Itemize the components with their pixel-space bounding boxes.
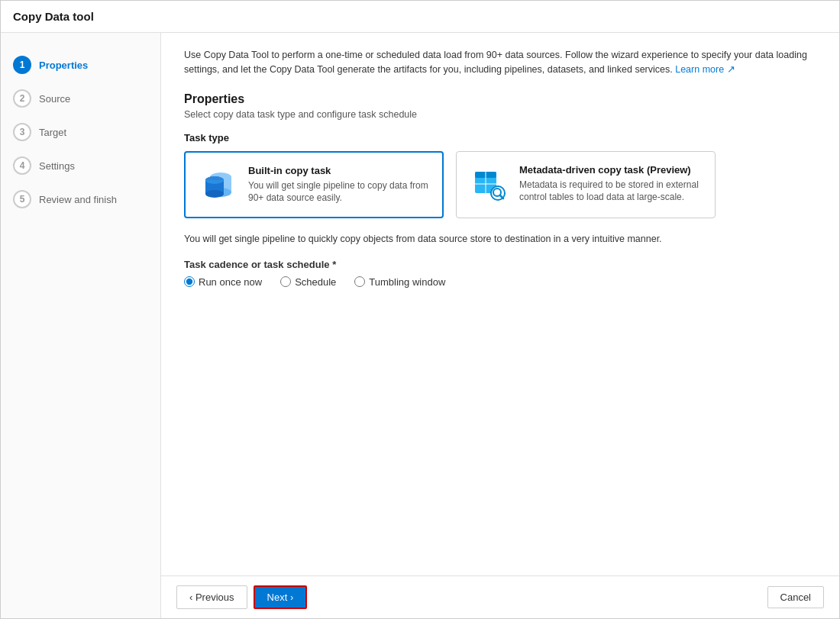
sidebar-item-target[interactable]: 3 Target	[1, 115, 160, 149]
builtin-card-desc: You will get single pipeline to copy dat…	[248, 179, 430, 205]
cancel-button[interactable]: Cancel	[767, 586, 824, 608]
sidebar-label-settings: Settings	[39, 160, 75, 172]
svg-point-6	[205, 176, 224, 184]
builtin-icon	[198, 165, 237, 205]
sidebar-item-settings[interactable]: 4 Settings	[1, 149, 160, 182]
step-circle-4: 4	[13, 156, 31, 175]
content-area: Use Copy Data Tool to perform a one-time…	[161, 33, 839, 618]
radio-schedule-input[interactable]	[280, 276, 291, 287]
step-circle-2: 2	[13, 89, 31, 108]
sidebar: 1 Properties 2 Source 3 Target 4 Setting…	[1, 33, 161, 618]
previous-button[interactable]: ‹ Previous	[176, 585, 247, 609]
footer-bar: ‹ Previous Next › Cancel	[161, 575, 839, 618]
schedule-label: Task cadence or task schedule *	[184, 259, 816, 270]
radio-tumbling[interactable]: Tumbling window	[354, 276, 445, 288]
task-card-builtin[interactable]: Built-in copy task You will get single p…	[184, 151, 444, 219]
step-circle-5: 5	[13, 190, 31, 208]
content-body: Use Copy Data Tool to perform a one-time…	[161, 33, 839, 575]
radio-group: Run once now Schedule Tumbling window	[184, 276, 816, 288]
app-container: Copy Data tool 1 Properties 2 Source 3 T…	[0, 0, 840, 619]
sidebar-label-review: Review and finish	[39, 194, 117, 205]
radio-schedule[interactable]: Schedule	[280, 276, 336, 288]
radio-tumbling-label: Tumbling window	[369, 276, 445, 288]
radio-run-once-label: Run once now	[199, 276, 262, 288]
pipeline-description: You will get single pipeline to quickly …	[184, 232, 816, 247]
radio-run-once-input[interactable]	[184, 276, 195, 287]
learn-more-link[interactable]: Learn more ↗	[675, 64, 735, 75]
next-icon: ›	[287, 592, 293, 603]
section-title: Properties	[184, 92, 816, 106]
section-subtitle: Select copy data task type and configure…	[184, 109, 816, 120]
step-circle-3: 3	[13, 123, 31, 141]
sidebar-label-target: Target	[39, 127, 66, 138]
main-layout: 1 Properties 2 Source 3 Target 4 Setting…	[1, 33, 839, 618]
metadata-icon	[469, 164, 509, 204]
previous-icon: ‹	[189, 592, 195, 603]
sidebar-label-properties: Properties	[39, 60, 88, 71]
metadata-card-desc: Metadata is required to be stored in ext…	[519, 179, 703, 205]
title-bar: Copy Data tool	[1, 1, 839, 33]
builtin-card-text: Built-in copy task You will get single p…	[248, 165, 430, 205]
sidebar-item-review[interactable]: 5 Review and finish	[1, 182, 160, 216]
next-button[interactable]: Next ›	[254, 585, 308, 609]
task-card-metadata[interactable]: Metadata-driven copy task (Preview) Meta…	[456, 151, 716, 219]
app-title: Copy Data tool	[13, 10, 94, 23]
metadata-card-text: Metadata-driven copy task (Preview) Meta…	[519, 164, 703, 206]
radio-run-once[interactable]: Run once now	[184, 276, 262, 288]
task-type-label: Task type	[184, 132, 816, 143]
metadata-card-title: Metadata-driven copy task (Preview)	[519, 164, 703, 176]
radio-tumbling-input[interactable]	[354, 276, 365, 287]
sidebar-label-source: Source	[39, 93, 70, 105]
builtin-card-title: Built-in copy task	[248, 165, 430, 176]
task-options: Built-in copy task You will get single p…	[184, 151, 816, 219]
svg-point-5	[205, 190, 224, 198]
info-banner: Use Copy Data Tool to perform a one-time…	[184, 48, 816, 77]
footer-left: ‹ Previous Next ›	[176, 585, 307, 609]
radio-schedule-label: Schedule	[295, 276, 336, 288]
sidebar-item-properties[interactable]: 1 Properties	[1, 48, 160, 82]
step-circle-1: 1	[13, 56, 31, 74]
sidebar-item-source[interactable]: 2 Source	[1, 82, 160, 115]
